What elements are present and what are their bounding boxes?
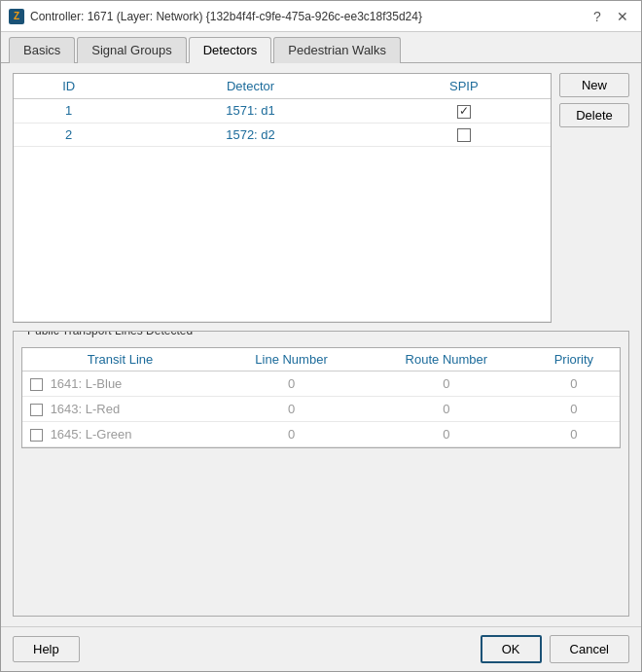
help-window-button[interactable]: ? [587,6,608,27]
window-title: Controller: 1671 (Layer: Network) {132b4… [30,10,422,23]
pt-col-line-number: Line Number [218,348,365,371]
row1-detector: 1571: d1 [124,99,376,124]
close-window-button[interactable]: ✕ [612,6,633,27]
tab-basics[interactable]: Basics [9,37,75,63]
spip-checkbox-2[interactable] [457,128,471,142]
pt-inner: Transit Line Line Number Route Number Pr… [14,341,628,616]
main-content: ID Detector SPIP 1 1571: d1 [1,63,641,626]
tab-pedestrian-walks[interactable]: Pedestrian Walks [273,37,401,63]
cancel-button[interactable]: Cancel [550,635,629,663]
footer: Help OK Cancel [1,626,641,671]
pt-row1-priority: 0 [528,371,620,397]
pt-row3-route-number: 0 [365,422,528,447]
table-row-empty [14,147,551,322]
tab-detectors[interactable]: Detectors [189,37,272,63]
table-row[interactable]: 2 1572: d2 [14,123,551,147]
table-row[interactable]: 1 1571: d1 [14,99,551,124]
col-detector: Detector [124,74,376,99]
new-button[interactable]: New [559,73,629,97]
detector-table-wrapper: ID Detector SPIP 1 1571: d1 [13,73,552,323]
detector-table: ID Detector SPIP 1 1571: d1 [14,74,551,322]
side-buttons: New Delete [559,73,629,323]
title-bar-controls: ? ✕ [587,6,633,27]
footer-right: OK Cancel [481,635,629,663]
pt-row3-line[interactable]: 1645: L-Green [22,422,218,447]
pt-row2-line-number: 0 [218,397,365,422]
pt-checkbox-2[interactable] [30,404,43,416]
title-bar-left: Z Controller: 1671 (Layer: Network) {132… [9,9,422,24]
pt-col-priority: Priority [528,348,620,371]
pt-legend: Public Transport Lines Detected [23,331,196,337]
list-item[interactable]: 1641: L-Blue 0 0 0 [22,371,620,397]
ok-button[interactable]: OK [481,635,542,663]
pt-row2-route-number: 0 [365,397,528,422]
help-button[interactable]: Help [13,636,80,662]
title-bar: Z Controller: 1671 (Layer: Network) {132… [1,1,641,32]
tab-signal-groups[interactable]: Signal Groups [77,37,186,63]
pt-row3-line-number: 0 [218,422,365,447]
spip-checkbox-1[interactable] [457,105,471,119]
pt-row1-line[interactable]: 1641: L-Blue [22,371,218,397]
col-id: ID [14,74,124,99]
pt-checkbox-3[interactable] [30,429,43,442]
main-window: Z Controller: 1671 (Layer: Network) {132… [0,0,642,672]
col-spip: SPIP [377,74,551,99]
pt-table: Transit Line Line Number Route Number Pr… [22,348,620,447]
list-item[interactable]: 1645: L-Green 0 0 0 [22,422,620,447]
pt-checkbox-1[interactable] [30,378,43,391]
app-icon: Z [9,9,24,24]
pt-row3-priority: 0 [528,422,620,447]
row2-id: 2 [14,123,124,147]
row2-spip[interactable] [377,123,551,147]
pt-table-wrapper: Transit Line Line Number Route Number Pr… [21,347,621,448]
pt-col-transit-line: Transit Line [22,348,218,371]
pt-col-route-number: Route Number [365,348,528,371]
pt-row1-route-number: 0 [365,371,528,397]
delete-button[interactable]: Delete [559,103,629,127]
row2-detector: 1572: d2 [124,123,376,147]
pt-row2-line[interactable]: 1643: L-Red [22,397,218,422]
top-section: ID Detector SPIP 1 1571: d1 [13,73,629,323]
public-transport-section: Public Transport Lines Detected Transit … [13,331,629,617]
pt-row1-line-number: 0 [218,371,365,397]
row1-spip[interactable] [377,99,551,124]
pt-row2-priority: 0 [528,397,620,422]
tab-bar: Basics Signal Groups Detectors Pedestria… [1,32,641,63]
list-item[interactable]: 1643: L-Red 0 0 0 [22,397,620,422]
row1-id: 1 [14,99,124,124]
